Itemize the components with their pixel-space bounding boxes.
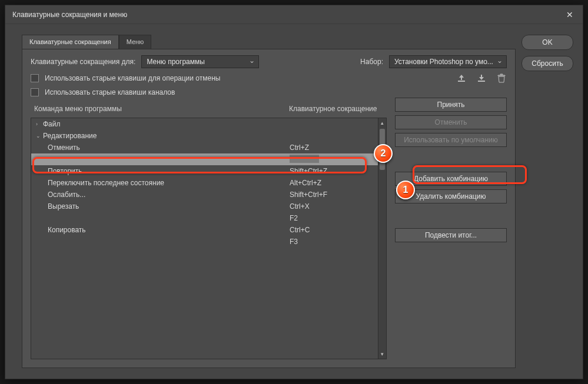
shortcuts-for-select[interactable]: Меню программы bbox=[141, 55, 259, 68]
tabs: Клавиатурные сокращения Меню bbox=[22, 35, 516, 49]
scroll-up-icon[interactable]: ▴ bbox=[378, 118, 386, 128]
trash-icon[interactable] bbox=[496, 73, 507, 84]
use-old-undo-label: Использовать старые клавиши для операции… bbox=[45, 74, 220, 82]
list-item[interactable]: F3 bbox=[31, 236, 378, 248]
use-old-channels-label: Использовать старые клавиши каналов bbox=[45, 88, 175, 96]
shortcuts-dialog: Клавиатурные сокращения и меню ✕ Клавиат… bbox=[5, 5, 583, 379]
close-icon[interactable]: ✕ bbox=[564, 9, 576, 21]
delete-shortcut-button[interactable]: Удалить комбинацию bbox=[395, 189, 507, 203]
save-set-icon[interactable] bbox=[456, 73, 467, 84]
group-file[interactable]: › Файл bbox=[31, 118, 378, 130]
col-command-header: Команда меню программы bbox=[34, 105, 289, 113]
new-set-icon[interactable] bbox=[476, 73, 487, 84]
shortcuts-for-label: Клавиатурные сокращения для: bbox=[31, 58, 135, 66]
shortcut-list: › Файл ⌄ Редактирование ОтменитьCtrl+Z П… bbox=[31, 118, 387, 359]
list-item[interactable]: ВырезатьCtrl+X bbox=[31, 201, 378, 212]
use-old-channels-checkbox[interactable] bbox=[31, 88, 39, 96]
list-item[interactable]: Переключить последнее состояниеAlt+Ctrl+… bbox=[31, 177, 378, 189]
use-default-button[interactable]: Использовать по умолчанию bbox=[395, 133, 507, 147]
set-select[interactable]: Установки Photoshop по умо... bbox=[389, 55, 507, 68]
scrollbar[interactable]: ▴ ▾ bbox=[378, 118, 386, 359]
ok-button[interactable]: OK bbox=[521, 35, 573, 50]
list-item[interactable]: Ослабить...Shift+Ctrl+F bbox=[31, 189, 378, 201]
group-edit[interactable]: ⌄ Редактирование bbox=[31, 130, 378, 142]
col-shortcut-header: Клавиатурное сокращение bbox=[289, 105, 383, 113]
list-item[interactable]: ПовторитьShift+Ctrl+Z bbox=[31, 165, 378, 177]
tab-shortcuts[interactable]: Клавиатурные сокращения bbox=[22, 35, 119, 49]
accept-button[interactable]: Принять bbox=[395, 98, 507, 112]
reset-button[interactable]: Сбросить bbox=[521, 56, 573, 71]
summarize-button[interactable]: Подвести итог... bbox=[395, 228, 507, 242]
set-label: Набор: bbox=[360, 58, 383, 66]
dialog-title: Клавиатурные сокращения и меню bbox=[12, 11, 564, 19]
list-item[interactable]: F2 bbox=[31, 212, 378, 224]
tab-menus[interactable]: Меню bbox=[119, 35, 152, 49]
chevron-down-icon: ⌄ bbox=[36, 133, 43, 139]
scroll-thumb[interactable] bbox=[380, 129, 385, 170]
list-item-selected[interactable] bbox=[31, 153, 378, 165]
add-shortcut-button[interactable]: Добавить комбинацию bbox=[395, 172, 507, 186]
scroll-down-icon[interactable]: ▾ bbox=[378, 349, 386, 359]
list-item[interactable]: ОтменитьCtrl+Z bbox=[31, 142, 378, 153]
undo-button[interactable]: Отменить bbox=[395, 115, 507, 129]
shortcut-input[interactable] bbox=[290, 155, 319, 163]
chevron-right-icon: › bbox=[36, 121, 43, 127]
titlebar: Клавиатурные сокращения и меню ✕ bbox=[5, 5, 583, 24]
use-old-undo-checkbox[interactable] bbox=[31, 74, 39, 82]
list-item[interactable]: КопироватьCtrl+C bbox=[31, 224, 378, 236]
